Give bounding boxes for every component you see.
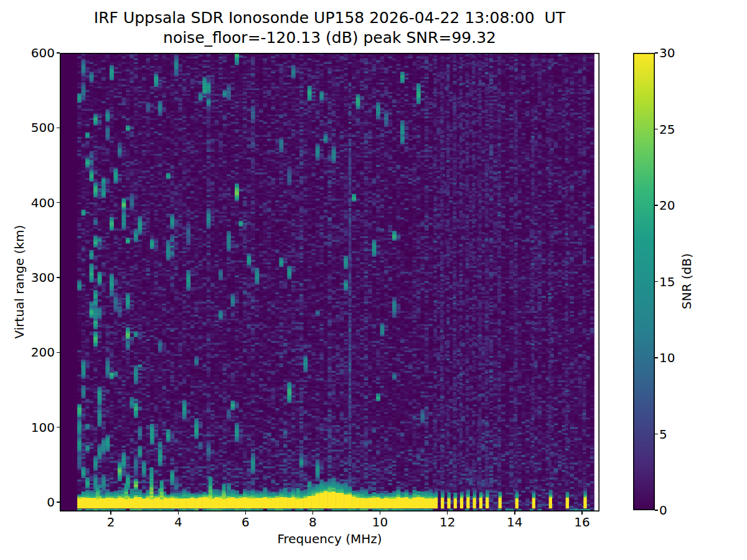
x-tick-label: 16 xyxy=(563,516,601,528)
colorbar-tick xyxy=(655,357,658,358)
ionogram-heatmap-canvas xyxy=(60,53,599,511)
x-tick-label: 8 xyxy=(294,516,331,528)
y-tick-label: 600 xyxy=(17,47,55,59)
y-tick-label: 100 xyxy=(17,421,55,434)
y-tick xyxy=(57,52,60,54)
y-tick xyxy=(57,352,60,353)
x-tick-label: 14 xyxy=(496,516,533,528)
colorbar-tick xyxy=(655,52,658,54)
colorbar-tick-label: 25 xyxy=(659,123,697,136)
x-tick-label: 4 xyxy=(159,516,197,528)
y-tick-label: 400 xyxy=(17,197,55,209)
colorbar-tick-label: 15 xyxy=(659,276,697,288)
colorbar-canvas xyxy=(633,53,655,510)
colorbar-tick-label: 0 xyxy=(659,504,697,516)
chart-title-line2: noise_floor=-120.13 (dB) peak SNR=99.32 xyxy=(60,29,599,47)
colorbar-tick xyxy=(655,434,658,435)
colorbar-tick xyxy=(655,281,658,282)
ionogram-figure: IRF Uppsala SDR Ionosonde UP158 2026-04-… xyxy=(0,0,747,560)
x-tick-label: 12 xyxy=(429,516,466,528)
x-tick-label: 2 xyxy=(92,516,129,528)
y-tick xyxy=(57,502,60,503)
y-tick-label: 200 xyxy=(17,346,55,358)
x-axis-label: Frequency (MHz) xyxy=(60,531,599,546)
y-tick xyxy=(57,202,60,203)
y-tick xyxy=(57,128,60,129)
colorbar-tick-label: 5 xyxy=(659,428,697,441)
chart-title-line1: IRF Uppsala SDR Ionosonde UP158 2026-04-… xyxy=(60,9,599,27)
y-tick xyxy=(57,277,60,278)
colorbar-tick xyxy=(655,205,658,206)
colorbar-tick-label: 20 xyxy=(659,199,697,212)
colorbar-tick-label: 10 xyxy=(659,352,697,364)
colorbar-tick-label: 30 xyxy=(659,47,697,59)
x-tick-label: 6 xyxy=(227,516,264,528)
x-tick-label: 10 xyxy=(362,516,399,528)
colorbar-tick xyxy=(655,129,658,130)
y-tick xyxy=(57,427,60,428)
colorbar-tick xyxy=(655,510,658,511)
y-tick-label: 0 xyxy=(17,496,55,508)
y-tick-label: 300 xyxy=(17,271,55,284)
y-tick-label: 500 xyxy=(17,121,55,134)
